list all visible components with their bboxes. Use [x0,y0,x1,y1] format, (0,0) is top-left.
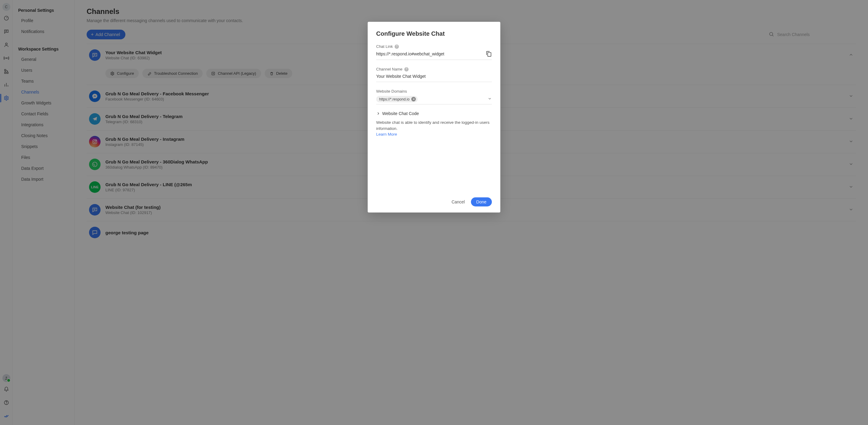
chat-link-value: https://*.respond.io#webchat_widget [376,52,482,56]
configure-modal: Configure Website Chat Chat Link ? https… [368,22,500,212]
info-text-body: Website chat is able to identify and rec… [376,120,489,131]
copy-icon[interactable] [485,51,492,57]
chat-link-label: Chat Link [376,44,393,49]
domain-chip: https://*.respond.io ✕ [376,96,417,102]
domain-chip-text: https://*.respond.io [379,97,409,101]
help-icon[interactable]: ? [404,67,408,71]
cancel-button[interactable]: Cancel [452,199,465,204]
domains-input[interactable]: https://*.respond.io ✕ [376,95,492,104]
chevron-down-icon[interactable] [488,97,492,102]
field-chat-link: Chat Link ? https://*.respond.io#webchat… [376,44,492,60]
chip-remove-icon[interactable]: ✕ [411,97,416,101]
chevron-right-icon [376,111,380,116]
domains-label: Website Domains [376,89,407,94]
learn-more-link[interactable]: Learn More [376,132,397,136]
info-text: Website chat is able to identify and rec… [376,120,492,137]
modal-title: Configure Website Chat [376,30,492,37]
channel-name-label: Channel Name [376,67,403,71]
field-website-domains: Website Domains https://*.respond.io ✕ [376,89,492,104]
help-icon[interactable]: ? [395,44,399,49]
channel-name-input[interactable] [376,73,492,79]
done-button[interactable]: Done [471,197,492,206]
chat-code-label: Website Chat Code [382,111,419,116]
modal-footer: Cancel Done [376,193,492,206]
chat-code-expander[interactable]: Website Chat Code [376,111,492,116]
field-channel-name: Channel Name ? [376,67,492,82]
